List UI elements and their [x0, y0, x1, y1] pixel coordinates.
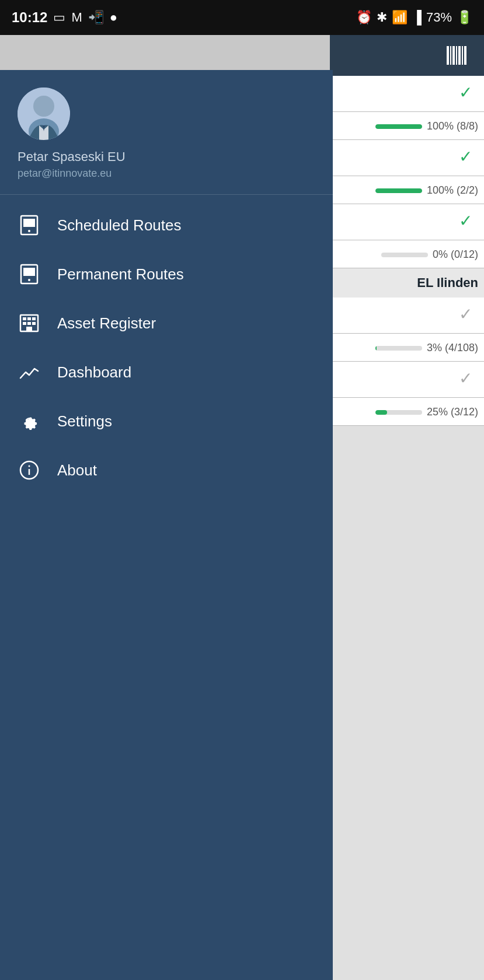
list-item: ✓ — [330, 362, 484, 398]
sidebar-item-label: About — [57, 461, 97, 480]
section-header: EL Ilinden — [330, 268, 484, 298]
list-item: 3% (4/108) — [330, 334, 484, 362]
sim-icon: 📲 — [88, 10, 104, 25]
right-content: ✓ 100% (8/8) ✓ — [330, 35, 484, 980]
wifi-icon: 📶 — [392, 10, 408, 25]
svg-rect-2 — [452, 46, 455, 65]
building-icon — [18, 312, 41, 335]
svg-rect-3 — [456, 46, 457, 65]
user-profile: Petar Spaseski EU petar@itinnovate.eu — [0, 70, 333, 195]
status-left: 10:12 ▭ M 📲 ● — [12, 9, 117, 26]
user-name: Petar Spaseski EU — [18, 149, 315, 164]
sidebar-item-about[interactable]: About — [0, 446, 333, 495]
sidebar-item-label: Scheduled Routes — [57, 216, 181, 235]
list-item: ✓ — [330, 298, 484, 334]
svg-rect-0 — [447, 46, 449, 65]
svg-rect-19 — [32, 317, 36, 320]
svg-rect-5 — [462, 46, 463, 65]
list-item: ✓ — [330, 204, 484, 240]
progress-label: 3% (4/108) — [427, 342, 478, 354]
sidebar-item-label: Asset Register — [57, 314, 156, 332]
list-item: 100% (2/2) — [330, 176, 484, 204]
mail-icon: M — [71, 10, 82, 25]
user-email: petar@itinnovate.eu — [18, 167, 315, 180]
progress-fill — [375, 188, 422, 193]
sidebar-item-label: Permanent Routes — [57, 265, 184, 284]
nav-items: Scheduled Routes Permanent Routes — [0, 195, 333, 980]
gear-icon — [18, 410, 41, 433]
alarm-icon: ⏰ — [356, 10, 372, 25]
battery-icon: 🔋 — [457, 10, 472, 25]
progress-bar — [381, 253, 428, 257]
progress-label: 100% (2/2) — [427, 184, 478, 197]
list-item: ✓ — [330, 140, 484, 176]
screen-icon: ▭ — [53, 10, 65, 25]
navigation-drawer: Petar Spaseski EU petar@itinnovate.eu Sc… — [0, 70, 333, 980]
svg-point-15 — [28, 279, 30, 281]
sidebar-item-asset-register[interactable]: Asset Register — [0, 299, 333, 348]
progress-label: 0% (0/12) — [433, 249, 478, 261]
barcode-button[interactable] — [442, 40, 472, 71]
sidebar-item-scheduled-routes[interactable]: Scheduled Routes — [0, 201, 333, 250]
svg-rect-17 — [23, 317, 26, 320]
svg-rect-4 — [458, 46, 461, 65]
progress-bar — [375, 188, 422, 193]
progress-fill — [375, 124, 422, 129]
status-time: 10:12 — [12, 9, 47, 26]
progress-bar — [375, 346, 422, 351]
progress-bar — [375, 410, 422, 415]
sidebar-item-dashboard[interactable]: Dashboard — [0, 348, 333, 397]
svg-rect-23 — [26, 327, 32, 331]
svg-rect-18 — [27, 317, 31, 320]
chart-icon — [18, 360, 41, 384]
progress-fill — [375, 346, 377, 351]
sidebar-item-label: Dashboard — [57, 363, 131, 382]
status-right: ⏰ ✱ 📶 ▐ 73% 🔋 — [356, 10, 472, 25]
main-content: ✓ 100% (8/8) ✓ — [0, 35, 484, 980]
avatar — [18, 88, 70, 140]
svg-rect-21 — [27, 322, 31, 325]
tablet-icon — [18, 262, 41, 286]
list-item: 25% (3/12) — [330, 398, 484, 426]
svg-point-26 — [29, 466, 30, 467]
progress-label: 100% (8/8) — [427, 120, 478, 132]
list-item: ✓ — [330, 76, 484, 112]
check-icon: ✓ — [459, 369, 472, 388]
right-rows: ✓ 100% (8/8) ✓ — [330, 76, 484, 980]
right-topbar — [330, 35, 484, 76]
svg-rect-14 — [23, 268, 35, 276]
signal-icon: ▐ — [412, 10, 422, 25]
tablet-icon — [18, 214, 41, 237]
svg-point-12 — [28, 230, 30, 232]
check-icon: ✓ — [459, 304, 472, 324]
info-icon — [18, 459, 41, 482]
check-icon: ✓ — [459, 147, 472, 166]
dot-indicator: ● — [110, 10, 117, 25]
sidebar-item-label: Settings — [57, 412, 112, 430]
list-item: 0% (0/12) — [330, 240, 484, 268]
check-icon: ✓ — [459, 83, 472, 102]
svg-rect-11 — [23, 219, 35, 227]
progress-fill — [375, 410, 387, 415]
progress-label: 25% (3/12) — [427, 406, 478, 418]
svg-rect-6 — [464, 46, 466, 65]
svg-rect-1 — [450, 46, 451, 65]
svg-rect-20 — [23, 322, 26, 325]
battery-level: 73% — [426, 10, 452, 25]
sidebar-item-settings[interactable]: Settings — [0, 397, 333, 446]
check-icon: ✓ — [459, 211, 472, 230]
svg-point-8 — [33, 96, 54, 117]
progress-bar — [375, 124, 422, 129]
status-bar: 10:12 ▭ M 📲 ● ⏰ ✱ 📶 ▐ 73% 🔋 — [0, 0, 484, 35]
section-title: EL Ilinden — [417, 275, 478, 290]
list-item: 100% (8/8) — [330, 112, 484, 140]
sidebar-item-permanent-routes[interactable]: Permanent Routes — [0, 250, 333, 299]
svg-rect-22 — [32, 322, 36, 325]
bluetooth-icon: ✱ — [377, 10, 387, 25]
